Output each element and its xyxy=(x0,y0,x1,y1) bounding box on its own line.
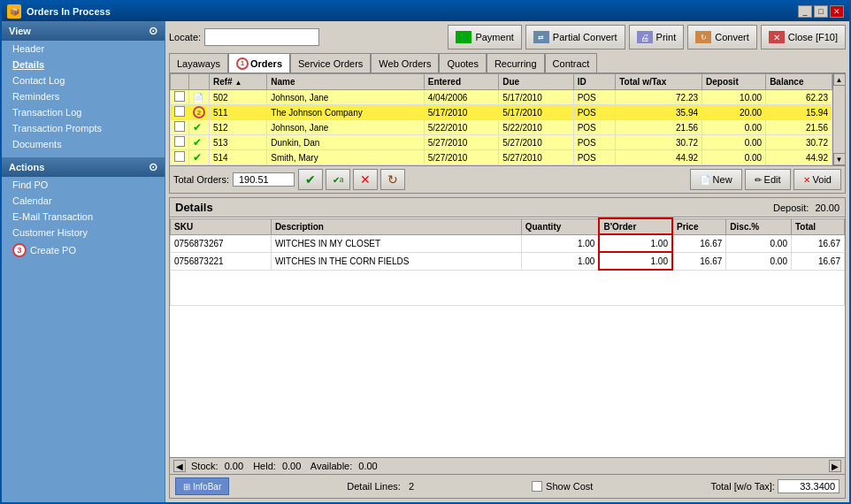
table-row[interactable]: ✔ 514 Smith, Mary 5/27/2010 5/27/2010 PO… xyxy=(171,150,832,165)
sidebar-item-customer-history[interactable]: Customer History xyxy=(2,225,165,241)
detail-row[interactable]: 0756873221 WITCHES IN THE CORN FIELDS 1.… xyxy=(171,252,845,270)
maximize-button[interactable]: □ xyxy=(814,5,828,18)
col-due[interactable]: Due xyxy=(499,74,573,90)
sidebar-item-header[interactable]: Header xyxy=(2,41,165,57)
available-value: 0.00 xyxy=(358,461,377,471)
sidebar-item-email-transaction[interactable]: E-Mail Transaction xyxy=(2,209,165,225)
minimize-button[interactable]: _ xyxy=(798,5,812,18)
cancel-action-button[interactable]: ✕ xyxy=(353,169,378,190)
actions-section-header[interactable]: Actions ⊙ xyxy=(2,157,165,177)
col-entered[interactable]: Entered xyxy=(424,74,498,90)
row-balance: 44.92 xyxy=(766,150,832,165)
tab-recurring[interactable]: Recurring xyxy=(487,53,545,73)
close-button[interactable]: ✕ xyxy=(830,5,844,18)
scroll-down-icon[interactable]: ▼ xyxy=(833,153,846,165)
orders-scrollbar[interactable]: ▲ ▼ xyxy=(832,73,845,165)
detail-lines: Detail Lines: 2 xyxy=(347,481,414,492)
infobar-icon: ⊞ xyxy=(183,482,190,492)
tab-layaways[interactable]: Layaways xyxy=(169,53,228,73)
row-checkbox[interactable] xyxy=(174,106,185,117)
sidebar-item-calendar[interactable]: Calendar xyxy=(2,193,165,209)
infobar-button[interactable]: ⊞ InfoBar xyxy=(175,477,229,495)
tab-quotes[interactable]: Quotes xyxy=(439,53,486,73)
col-balance[interactable]: Balance xyxy=(766,74,832,90)
details-title: Details xyxy=(175,201,213,214)
edit-action-button[interactable]: ✔a xyxy=(326,169,350,190)
payment-button[interactable]: 💲 Payment xyxy=(448,25,521,50)
locate-input[interactable] xyxy=(204,28,319,46)
scroll-right-button[interactable]: ▶ xyxy=(829,460,841,472)
row-id: POS xyxy=(573,150,616,165)
scroll-left-button[interactable]: ◀ xyxy=(173,460,186,472)
row-due: 5/22/2010 xyxy=(499,120,573,135)
col-price[interactable]: Price xyxy=(672,218,726,234)
col-ref[interactable]: Ref# ▲ xyxy=(210,74,267,90)
window-title: Orders In Process xyxy=(27,6,111,17)
col-description[interactable]: Description xyxy=(271,218,521,234)
sidebar-item-documents[interactable]: Documents xyxy=(2,136,165,152)
convert-button[interactable]: ↻ Convert xyxy=(687,25,757,50)
row-checkbox[interactable] xyxy=(174,91,185,102)
refresh-action-button[interactable]: ↻ xyxy=(380,169,405,190)
col-sku[interactable]: SKU xyxy=(171,218,272,234)
tab-web-orders[interactable]: Web Orders xyxy=(371,53,439,73)
col-deposit[interactable]: Deposit xyxy=(702,74,766,90)
orders-table: Ref# ▲ Name Entered Due ID Total w/Tax D… xyxy=(170,73,832,165)
checkmark-action-button[interactable]: ✔ xyxy=(298,169,323,190)
row-name: Johnson, Jane xyxy=(267,120,424,135)
payment-icon: 💲 xyxy=(456,31,472,43)
table-row[interactable]: 📄 502 Johnson, Jane 4/04/2006 5/17/2010 … xyxy=(171,90,832,105)
new-button[interactable]: 📄 New xyxy=(690,169,742,190)
top-toolbar: Locate: 💲 Payment ⇄ Partial Convert 🖨 Pr… xyxy=(169,25,846,50)
sidebar-item-transaction-prompts[interactable]: Transaction Prompts xyxy=(2,120,165,136)
sidebar-item-contact-log[interactable]: Contact Log xyxy=(2,73,165,88)
show-cost-toggle[interactable]: Show Cost xyxy=(532,481,593,492)
detail-sku: 0756873267 xyxy=(171,234,272,252)
sidebar-item-reminders[interactable]: Reminders xyxy=(2,88,165,104)
close-button[interactable]: ✕ Close [F10] xyxy=(761,25,846,50)
row-id: POS xyxy=(573,120,616,135)
tab-orders[interactable]: 1 Orders xyxy=(228,53,290,73)
circle-2-badge: 2 xyxy=(193,106,205,118)
col-checkbox xyxy=(171,74,189,90)
detail-row[interactable]: 0756873267 WITCHES IN MY CLOSET 1.00 1.0… xyxy=(171,234,845,252)
details-bottom: ⊞ InfoBar Detail Lines: 2 Show Cost Tota… xyxy=(170,474,845,498)
void-button[interactable]: ✕ Void xyxy=(794,169,841,190)
row-name: Dunkin, Dan xyxy=(267,135,424,150)
row-checkbox[interactable] xyxy=(174,151,185,162)
content-area: Locate: 💲 Payment ⇄ Partial Convert 🖨 Pr… xyxy=(165,21,849,502)
show-cost-checkbox[interactable] xyxy=(532,481,542,492)
col-border[interactable]: B'Order xyxy=(599,218,672,234)
col-total[interactable]: Total xyxy=(791,218,844,234)
view-section-header[interactable]: View ⊙ xyxy=(2,21,165,41)
partial-convert-button[interactable]: ⇄ Partial Convert xyxy=(525,25,625,50)
col-name[interactable]: Name xyxy=(267,74,424,90)
sidebar-item-details[interactable]: Details xyxy=(2,57,165,73)
row-entered: 5/17/2010 xyxy=(424,105,498,120)
sidebar-item-transaction-log[interactable]: Transaction Log xyxy=(2,104,165,120)
row-balance: 21.56 xyxy=(766,120,832,135)
row-checkbox[interactable] xyxy=(174,121,185,132)
row-ref: 502 xyxy=(210,90,267,105)
col-id[interactable]: ID xyxy=(573,74,616,90)
sidebar-item-find-po[interactable]: Find PO xyxy=(2,177,165,193)
row-entered: 5/27/2010 xyxy=(424,150,498,165)
col-quantity[interactable]: Quantity xyxy=(521,218,599,234)
sidebar-item-create-po[interactable]: 3 Create PO xyxy=(2,241,165,260)
row-checkbox[interactable] xyxy=(174,136,185,147)
print-button[interactable]: 🖨 Print xyxy=(629,25,685,50)
row-ref: 513 xyxy=(210,135,267,150)
table-row[interactable]: ✔ 513 Dunkin, Dan 5/27/2010 5/27/2010 PO… xyxy=(171,135,832,150)
table-row[interactable]: 2 511 The Johnson Company 5/17/2010 5/17… xyxy=(171,105,832,120)
table-row[interactable]: ✔ 512 Johnson, Jane 5/22/2010 5/22/2010 … xyxy=(171,120,832,135)
title-bar: 📦 Orders In Process _ □ ✕ xyxy=(2,2,849,21)
detail-sku: 0756873221 xyxy=(171,252,272,270)
edit-button[interactable]: ✏ Edit xyxy=(745,169,791,190)
col-total-tax[interactable]: Total w/Tax xyxy=(616,74,702,90)
col-disc[interactable]: Disc.% xyxy=(726,218,792,234)
tab-service-orders[interactable]: Service Orders xyxy=(290,53,371,73)
tab-contract[interactable]: Contract xyxy=(545,53,598,73)
row-id: POS xyxy=(573,105,616,120)
scroll-up-icon[interactable]: ▲ xyxy=(833,73,846,86)
row-name: Johnson, Jane xyxy=(267,90,424,105)
